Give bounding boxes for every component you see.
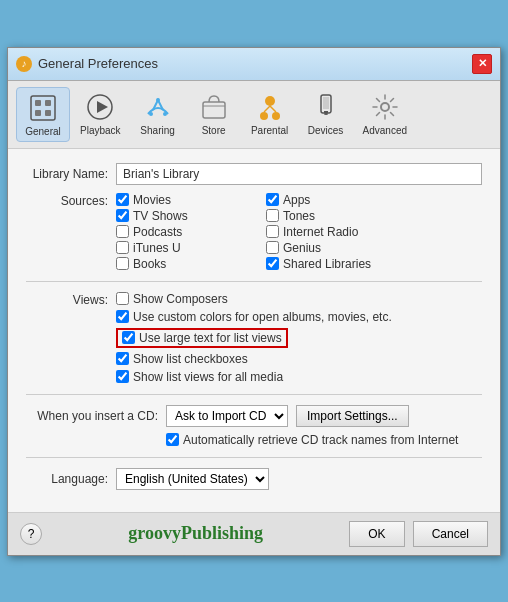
view-custom-colors[interactable]: Use custom colors for open albums, movie… (116, 310, 392, 324)
import-settings-button[interactable]: Import Settings... (296, 405, 409, 427)
cancel-button[interactable]: Cancel (413, 521, 488, 547)
source-podcasts[interactable]: Podcasts (116, 225, 256, 239)
svg-point-8 (156, 98, 160, 102)
title-bar: ♪ General Preferences ✕ (8, 48, 500, 81)
svg-rect-10 (203, 102, 225, 118)
cd-row: When you insert a CD: Ask to Import CD I… (26, 405, 482, 427)
close-button[interactable]: ✕ (472, 54, 492, 74)
general-icon (27, 92, 59, 124)
language-row: Language: English (United States) Spanis… (26, 468, 482, 490)
svg-rect-3 (35, 110, 41, 116)
divider-2 (26, 394, 482, 395)
svg-rect-0 (31, 96, 55, 120)
view-show-composers[interactable]: Show Composers (116, 292, 392, 306)
playback-icon (84, 91, 116, 123)
toolbar-item-store[interactable]: Store (187, 87, 241, 142)
library-name-row: Library Name: (26, 163, 482, 185)
toolbar-item-general[interactable]: General (16, 87, 70, 142)
divider-3 (26, 457, 482, 458)
window-title: General Preferences (38, 56, 158, 71)
view-large-text[interactable]: Use large text for list views (116, 328, 392, 348)
svg-rect-17 (323, 97, 329, 109)
footer-buttons: OK Cancel (349, 521, 488, 547)
parental-label: Parental (251, 125, 288, 136)
brand: groovyPublishing (128, 523, 263, 544)
preferences-window: ♪ General Preferences ✕ General (7, 47, 501, 556)
svg-point-9 (163, 112, 167, 116)
cd-label: When you insert a CD: (26, 409, 166, 423)
source-apps[interactable]: Apps (266, 193, 406, 207)
source-genius[interactable]: Genius (266, 241, 406, 255)
store-icon (198, 91, 230, 123)
svg-rect-18 (324, 111, 328, 113)
sharing-icon (142, 91, 174, 123)
toolbar-item-advanced[interactable]: Advanced (355, 87, 415, 142)
svg-rect-2 (45, 100, 51, 106)
devices-icon (310, 91, 342, 123)
toolbar: General Playback (8, 81, 500, 149)
svg-point-7 (149, 112, 153, 116)
library-name-label: Library Name: (26, 167, 116, 181)
source-tones[interactable]: Tones (266, 209, 406, 223)
sharing-label: Sharing (140, 125, 174, 136)
sources-label: Sources: (26, 193, 116, 208)
toolbar-item-sharing[interactable]: Sharing (131, 87, 185, 142)
toolbar-item-devices[interactable]: Devices (299, 87, 353, 142)
views-label: Views: (26, 292, 116, 307)
language-label: Language: (26, 472, 116, 486)
svg-point-11 (265, 96, 275, 106)
footer: ? groovyPublishing OK Cancel (8, 512, 500, 555)
svg-rect-1 (35, 100, 41, 106)
title-bar-left: ♪ General Preferences (16, 56, 158, 72)
source-internet-radio[interactable]: Internet Radio (266, 225, 406, 239)
store-label: Store (202, 125, 226, 136)
ok-button[interactable]: OK (349, 521, 404, 547)
svg-point-12 (260, 112, 268, 120)
advanced-label: Advanced (363, 125, 407, 136)
advanced-icon (369, 91, 401, 123)
parental-icon (254, 91, 286, 123)
general-label: General (25, 126, 61, 137)
svg-line-15 (270, 106, 276, 112)
source-tvshows[interactable]: TV Shows (116, 209, 256, 223)
views-row: Views: Show Composers Use custom colors … (26, 292, 482, 384)
svg-marker-6 (97, 101, 108, 113)
views-checks: Show Composers Use custom colors for ope… (116, 292, 392, 384)
source-movies[interactable]: Movies (116, 193, 256, 207)
toolbar-item-playback[interactable]: Playback (72, 87, 129, 142)
highlight-box: Use large text for list views (116, 328, 288, 348)
svg-point-19 (324, 113, 328, 115)
cd-action-select[interactable]: Ask to Import CD Import CD Play CD (166, 405, 288, 427)
brand-part2: Publishing (181, 523, 263, 543)
svg-point-20 (381, 103, 389, 111)
source-books[interactable]: Books (116, 257, 256, 271)
library-name-input[interactable] (116, 163, 482, 185)
svg-rect-4 (45, 110, 51, 116)
help-button[interactable]: ? (20, 523, 42, 545)
devices-label: Devices (308, 125, 344, 136)
playback-label: Playback (80, 125, 121, 136)
auto-retrieve-row: Automatically retrieve CD track names fr… (166, 433, 482, 447)
app-icon: ♪ (16, 56, 32, 72)
svg-line-14 (264, 106, 270, 112)
language-select[interactable]: English (United States) Spanish French G… (116, 468, 269, 490)
svg-point-13 (272, 112, 280, 120)
view-list-checkboxes[interactable]: Show list checkboxes (116, 352, 392, 366)
source-itunes-u[interactable]: iTunes U (116, 241, 256, 255)
sources-grid: Movies Apps TV Shows Tones Podcasts Inte… (116, 193, 406, 271)
source-shared-libraries[interactable]: Shared Libraries (266, 257, 406, 271)
toolbar-item-parental[interactable]: Parental (243, 87, 297, 142)
sources-row: Sources: Movies Apps TV Shows Tones Podc… (26, 193, 482, 271)
divider-1 (26, 281, 482, 282)
brand-part1: groovy (128, 523, 181, 543)
view-all-media[interactable]: Show list views for all media (116, 370, 392, 384)
auto-retrieve-label[interactable]: Automatically retrieve CD track names fr… (166, 433, 458, 447)
content-area: Library Name: Sources: Movies Apps TV Sh… (8, 149, 500, 512)
